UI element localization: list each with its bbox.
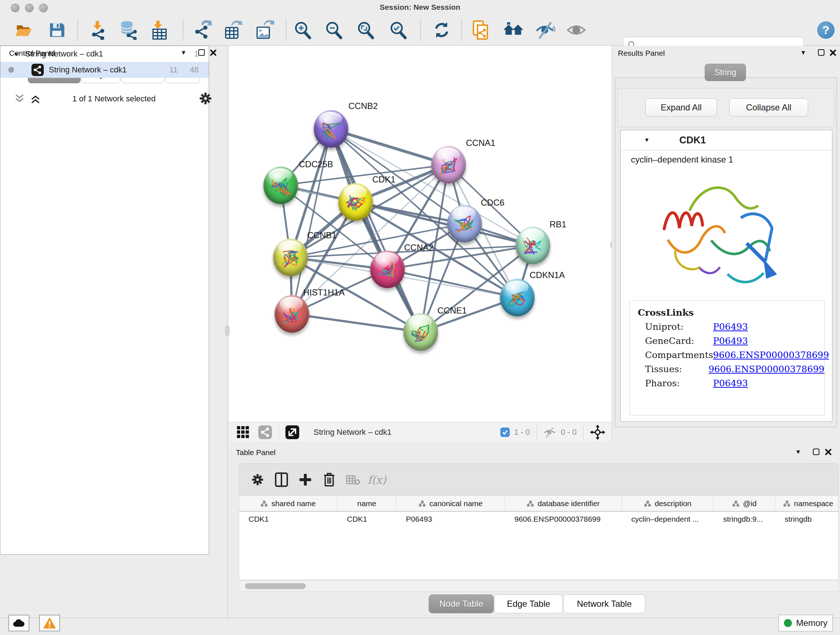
table-settings-button[interactable] <box>246 469 270 491</box>
open-in-window-icon[interactable] <box>286 425 299 439</box>
tree-expand-triangle-icon[interactable]: ▼ <box>13 51 19 57</box>
edge-HIST1H1A-CCNE1[interactable] <box>292 314 421 332</box>
column-header-id[interactable]: @id <box>714 496 775 511</box>
column-header-sharedname[interactable]: shared name <box>239 496 338 511</box>
toolbar-separator <box>420 19 422 41</box>
export-image-button[interactable] <box>254 19 275 41</box>
crosslink-value-link[interactable]: 9606.ENSP00000378699 <box>713 350 829 360</box>
edge-CDC6-CCNB1[interactable] <box>291 224 464 257</box>
results-panel-collapse-icon[interactable]: ▼ <box>800 50 806 56</box>
node-count: 11 <box>169 65 178 74</box>
tab-network-table[interactable]: Network Table <box>563 594 645 613</box>
clone-network-button[interactable] <box>470 19 491 41</box>
function-builder-button[interactable]: f(x) <box>365 469 389 491</box>
hide-panels-button[interactable] <box>535 19 556 41</box>
protein-thumbnail-CCNA2 <box>370 250 405 288</box>
selected-checkbox[interactable] <box>500 428 510 437</box>
options-gear-icon[interactable] <box>198 91 213 106</box>
crosslink-value-link[interactable]: P06493 <box>713 321 748 332</box>
zoom-selected-icon <box>388 20 408 40</box>
application-window: Session: New Session <box>0 0 840 635</box>
export-table-button[interactable] <box>223 19 243 41</box>
node-HIST1H1A[interactable] <box>275 295 309 333</box>
show-columns-button[interactable] <box>270 469 294 491</box>
table-horizontal-scrollbar[interactable] <box>239 581 838 592</box>
node-CCNB1[interactable] <box>273 239 308 276</box>
hidden-eye-slash-icon[interactable] <box>543 427 556 438</box>
edge-CCNB2-HIST1H1A[interactable] <box>292 129 331 314</box>
column-header-description[interactable]: description <box>622 496 714 511</box>
crosslink-value-link[interactable]: P06493 <box>713 336 748 346</box>
node-label-CDC25B: CDC25B <box>299 159 333 169</box>
column-header-label: canonical name <box>429 499 483 508</box>
tab-string[interactable]: String <box>705 64 746 81</box>
pan-crosshair-icon[interactable] <box>590 424 605 440</box>
results-panel-close-icon[interactable] <box>829 49 836 56</box>
help-button[interactable]: ? <box>815 19 836 41</box>
node-CDKN1A[interactable] <box>500 279 535 317</box>
table-panel-float-icon[interactable] <box>813 448 819 455</box>
network-view-canvas[interactable]: CCNB2CCNA1CDC25BCDK1CDC6RB1CCNB1CCNA2CDK… <box>229 46 612 422</box>
crosslink-value-link[interactable]: 9606.ENSP00000378699 <box>708 364 824 374</box>
protein-thumbnail-CDKN1A <box>500 279 535 317</box>
cloud-status-button[interactable] <box>8 615 29 631</box>
node-CCNA1[interactable] <box>431 146 466 184</box>
copy-document-icon <box>471 20 491 40</box>
column-header-label: @id <box>743 499 757 508</box>
horizontal-splitter[interactable] <box>228 442 840 446</box>
node-CDK1[interactable] <box>338 183 373 221</box>
import-network-from-file-button[interactable] <box>87 19 108 41</box>
node-RB1[interactable] <box>515 226 550 264</box>
column-header-namespace[interactable]: namespace <box>775 496 838 511</box>
crosslink-value-link[interactable]: P06493 <box>713 378 748 388</box>
delete-column-button[interactable] <box>317 469 341 491</box>
node-CCNA2[interactable] <box>370 250 405 288</box>
column-header-canonicalname[interactable]: canonical name <box>396 496 505 511</box>
zoom-selected-button[interactable] <box>388 19 409 41</box>
scrollbar-thumb[interactable] <box>245 583 306 589</box>
cell-databaseidentifier: 9606.ENSP00000378699 <box>505 511 622 527</box>
edge-CCNB2-CCNA1[interactable] <box>331 129 448 165</box>
collapse-all-button[interactable]: Collapse All <box>729 98 808 117</box>
export-network-button[interactable] <box>193 19 213 41</box>
open-session-button[interactable] <box>13 19 34 41</box>
show-graphics-details-button[interactable] <box>566 19 587 41</box>
node-CCNB2[interactable] <box>314 110 348 148</box>
zoom-in-button[interactable] <box>292 19 313 41</box>
left-splitter-handle[interactable] <box>225 326 229 336</box>
add-column-button[interactable] <box>294 469 317 491</box>
protein-thumbnail-RB1 <box>515 226 550 264</box>
section-collapse-triangle-icon[interactable]: ▼ <box>644 137 650 143</box>
string-style-icon[interactable] <box>258 425 272 439</box>
table-panel-collapse-icon[interactable]: ▼ <box>795 449 801 455</box>
expand-all-button[interactable]: Expand All <box>645 98 717 117</box>
node-CDC25B[interactable] <box>264 166 298 204</box>
tab-edge-table[interactable]: Edge Table <box>494 594 563 613</box>
zoom-fit-button[interactable] <box>355 19 376 41</box>
refresh-button[interactable] <box>431 19 452 41</box>
network-row[interactable]: String Network – cdk1 11 48 <box>0 62 209 78</box>
network-selected-status: 1 of 1 Network selected <box>0 94 228 103</box>
control-panel-close-icon[interactable] <box>210 49 217 56</box>
table-panel-close-icon[interactable] <box>825 448 832 455</box>
column-header-name[interactable]: name <box>338 496 396 511</box>
import-network-from-database-button[interactable] <box>118 19 139 41</box>
node-CCNE1[interactable] <box>403 313 438 351</box>
crosslink-row: GeneCard:P06493 <box>645 336 824 346</box>
delete-table-button[interactable] <box>341 469 365 491</box>
warning-status-button[interactable] <box>39 615 60 631</box>
crosslink-label: Compartments: <box>645 350 713 360</box>
column-header-databaseidentifier[interactable]: database identifier <box>505 496 622 511</box>
memory-button[interactable]: Memory <box>778 615 833 631</box>
tab-node-table[interactable]: Node Table <box>429 594 494 613</box>
save-session-button[interactable] <box>46 19 67 41</box>
node-CDC6[interactable] <box>447 205 482 242</box>
gene-section-header[interactable]: ▼ CDK1 <box>621 130 832 150</box>
grid-layout-icon[interactable] <box>237 426 249 439</box>
import-table-button[interactable] <box>149 19 170 41</box>
zoom-out-button[interactable] <box>324 19 344 41</box>
show-all-panels-button[interactable] <box>503 19 524 41</box>
edge-CCNB2-CCNE1[interactable] <box>331 129 421 332</box>
results-panel-float-icon[interactable] <box>818 49 824 56</box>
network-collection-row[interactable]: ▼ String Network – cdk1 1 <box>0 46 209 62</box>
